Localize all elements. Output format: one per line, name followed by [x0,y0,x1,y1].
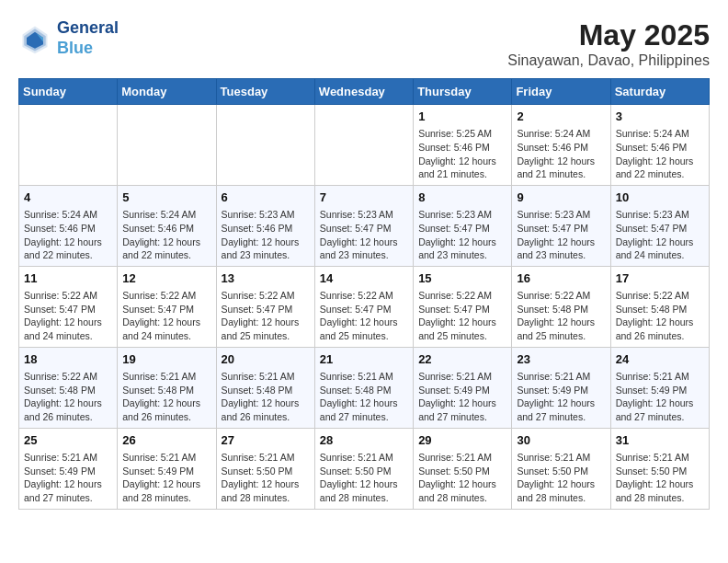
day-info: Sunrise: 5:21 AM Sunset: 5:49 PM Dayligh… [418,370,506,424]
day-info: Sunrise: 5:22 AM Sunset: 5:47 PM Dayligh… [222,289,310,343]
day-info: Sunrise: 5:21 AM Sunset: 5:48 PM Dayligh… [122,370,210,424]
day-info: Sunrise: 5:21 AM Sunset: 5:49 PM Dayligh… [24,451,112,505]
day-info: Sunrise: 5:23 AM Sunset: 5:47 PM Dayligh… [418,208,506,262]
day-number: 8 [418,190,506,206]
calendar-cell: 11Sunrise: 5:22 AM Sunset: 5:47 PM Dayli… [19,266,118,347]
calendar-cell: 4Sunrise: 5:24 AM Sunset: 5:46 PM Daylig… [19,185,118,266]
day-number: 28 [320,432,408,449]
calendar-cell [314,105,413,186]
day-number: 19 [122,351,210,368]
day-info: Sunrise: 5:21 AM Sunset: 5:49 PM Dayligh… [616,370,704,424]
day-number: 30 [517,432,605,449]
header-sunday: Sunday [19,79,118,105]
day-number: 6 [222,190,310,206]
day-number: 17 [616,270,704,287]
day-number: 5 [122,190,210,206]
calendar-week-row: 11Sunrise: 5:22 AM Sunset: 5:47 PM Dayli… [19,266,710,347]
day-info: Sunrise: 5:21 AM Sunset: 5:48 PM Dayligh… [222,370,310,424]
day-number: 7 [320,190,408,206]
day-number: 11 [24,270,112,287]
day-info: Sunrise: 5:22 AM Sunset: 5:48 PM Dayligh… [616,289,704,343]
day-info: Sunrise: 5:22 AM Sunset: 5:48 PM Dayligh… [517,289,605,343]
calendar-cell: 12Sunrise: 5:22 AM Sunset: 5:47 PM Dayli… [118,266,216,347]
day-info: Sunrise: 5:23 AM Sunset: 5:46 PM Dayligh… [222,208,310,262]
calendar-cell: 25Sunrise: 5:21 AM Sunset: 5:49 PM Dayli… [19,428,118,509]
day-number: 23 [517,351,605,368]
day-info: Sunrise: 5:21 AM Sunset: 5:49 PM Dayligh… [517,370,605,424]
header-saturday: Saturday [610,79,709,105]
day-number: 4 [24,190,112,206]
calendar-cell: 13Sunrise: 5:22 AM Sunset: 5:47 PM Dayli… [216,266,314,347]
day-number: 10 [616,190,704,206]
day-number: 18 [24,351,112,368]
day-info: Sunrise: 5:23 AM Sunset: 5:47 PM Dayligh… [517,208,605,262]
calendar-cell: 23Sunrise: 5:21 AM Sunset: 5:49 PM Dayli… [512,347,610,428]
calendar-cell: 27Sunrise: 5:21 AM Sunset: 5:50 PM Dayli… [216,428,314,509]
calendar-week-row: 1Sunrise: 5:25 AM Sunset: 5:46 PM Daylig… [19,105,710,186]
day-number: 24 [616,351,704,368]
calendar-cell: 17Sunrise: 5:22 AM Sunset: 5:48 PM Dayli… [610,266,709,347]
calendar-cell: 24Sunrise: 5:21 AM Sunset: 5:49 PM Dayli… [610,347,709,428]
day-number: 15 [418,270,506,287]
day-info: Sunrise: 5:23 AM Sunset: 5:47 PM Dayligh… [320,208,408,262]
header-thursday: Thursday [414,79,512,105]
day-info: Sunrise: 5:22 AM Sunset: 5:47 PM Dayligh… [24,289,112,343]
calendar-cell: 3Sunrise: 5:24 AM Sunset: 5:46 PM Daylig… [610,105,709,186]
day-info: Sunrise: 5:22 AM Sunset: 5:47 PM Dayligh… [122,289,210,343]
day-info: Sunrise: 5:21 AM Sunset: 5:50 PM Dayligh… [320,451,408,505]
day-number: 26 [122,432,210,449]
logo: General Blue [18,18,119,58]
calendar-cell: 31Sunrise: 5:21 AM Sunset: 5:50 PM Dayli… [610,428,709,509]
day-info: Sunrise: 5:24 AM Sunset: 5:46 PM Dayligh… [122,208,210,262]
calendar-cell: 16Sunrise: 5:22 AM Sunset: 5:48 PM Dayli… [512,266,610,347]
calendar-cell: 19Sunrise: 5:21 AM Sunset: 5:48 PM Dayli… [118,347,216,428]
page-header: General Blue May 2025 Sinayawan, Davao, … [18,18,710,69]
day-number: 13 [222,270,310,287]
day-number: 16 [517,270,605,287]
calendar-cell: 18Sunrise: 5:22 AM Sunset: 5:48 PM Dayli… [19,347,118,428]
calendar-cell: 22Sunrise: 5:21 AM Sunset: 5:49 PM Dayli… [414,347,512,428]
header-wednesday: Wednesday [314,79,413,105]
day-number: 9 [517,190,605,206]
day-number: 31 [616,432,704,449]
day-number: 14 [320,270,408,287]
day-info: Sunrise: 5:24 AM Sunset: 5:46 PM Dayligh… [517,127,605,181]
day-info: Sunrise: 5:22 AM Sunset: 5:47 PM Dayligh… [418,289,506,343]
day-info: Sunrise: 5:22 AM Sunset: 5:48 PM Dayligh… [24,370,112,424]
day-info: Sunrise: 5:21 AM Sunset: 5:50 PM Dayligh… [517,451,605,505]
header-monday: Monday [118,79,216,105]
page-title: May 2025 [507,18,710,52]
day-number: 29 [418,432,506,449]
day-number: 25 [24,432,112,449]
calendar-cell: 9Sunrise: 5:23 AM Sunset: 5:47 PM Daylig… [512,185,610,266]
day-number: 3 [616,109,704,125]
calendar-cell [118,105,216,186]
calendar-cell: 10Sunrise: 5:23 AM Sunset: 5:47 PM Dayli… [610,185,709,266]
calendar-week-row: 18Sunrise: 5:22 AM Sunset: 5:48 PM Dayli… [19,347,710,428]
calendar-week-row: 25Sunrise: 5:21 AM Sunset: 5:49 PM Dayli… [19,428,710,509]
logo-text: General Blue [57,18,119,58]
calendar-cell: 26Sunrise: 5:21 AM Sunset: 5:49 PM Dayli… [118,428,216,509]
calendar-header-row: SundayMondayTuesdayWednesdayThursdayFrid… [19,79,710,105]
day-info: Sunrise: 5:21 AM Sunset: 5:48 PM Dayligh… [320,370,408,424]
day-info: Sunrise: 5:24 AM Sunset: 5:46 PM Dayligh… [616,127,704,181]
day-number: 20 [222,351,310,368]
calendar-cell [19,105,118,186]
calendar-cell: 5Sunrise: 5:24 AM Sunset: 5:46 PM Daylig… [118,185,216,266]
calendar-cell: 8Sunrise: 5:23 AM Sunset: 5:47 PM Daylig… [414,185,512,266]
day-number: 21 [320,351,408,368]
day-number: 2 [517,109,605,125]
calendar-cell: 1Sunrise: 5:25 AM Sunset: 5:46 PM Daylig… [414,105,512,186]
page-subtitle: Sinayawan, Davao, Philippines [507,52,710,69]
calendar-cell: 30Sunrise: 5:21 AM Sunset: 5:50 PM Dayli… [512,428,610,509]
day-number: 1 [418,109,506,125]
day-info: Sunrise: 5:23 AM Sunset: 5:47 PM Dayligh… [616,208,704,262]
day-number: 12 [122,270,210,287]
logo-icon [18,22,51,55]
day-info: Sunrise: 5:21 AM Sunset: 5:50 PM Dayligh… [418,451,506,505]
calendar-cell: 29Sunrise: 5:21 AM Sunset: 5:50 PM Dayli… [414,428,512,509]
calendar-week-row: 4Sunrise: 5:24 AM Sunset: 5:46 PM Daylig… [19,185,710,266]
calendar-cell: 14Sunrise: 5:22 AM Sunset: 5:47 PM Dayli… [314,266,413,347]
calendar-table: SundayMondayTuesdayWednesdayThursdayFrid… [18,78,710,510]
header-tuesday: Tuesday [216,79,314,105]
